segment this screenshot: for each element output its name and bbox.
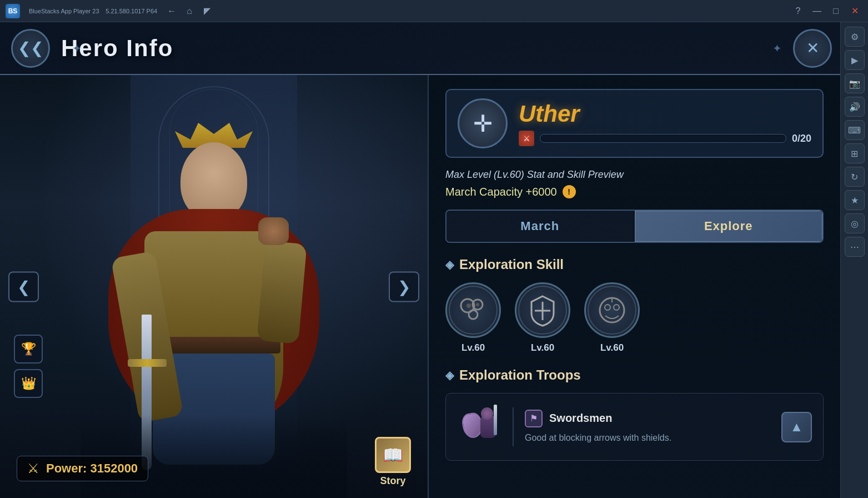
trophy-icon: 🏆 bbox=[21, 342, 36, 356]
march-tab[interactable]: March bbox=[446, 211, 634, 242]
troop-figure bbox=[460, 405, 499, 449]
svg-point-2 bbox=[469, 310, 478, 319]
bs-camera-btn[interactable]: 📷 bbox=[845, 73, 865, 93]
xp-bar-background bbox=[540, 134, 786, 143]
diamond-icon-troops: ◈ bbox=[445, 368, 454, 382]
hero-emblem: ✛ bbox=[458, 98, 508, 148]
power-value: Power: 3152000 bbox=[46, 461, 138, 476]
tab-buttons[interactable]: March Explore bbox=[445, 210, 824, 243]
book-icon: 📖 bbox=[383, 445, 403, 465]
bs-settings-btn[interactable]: ⚙ bbox=[845, 27, 865, 47]
prev-hero-button[interactable]: ❮ bbox=[8, 271, 39, 302]
bs-grid-btn[interactable]: ⊞ bbox=[845, 143, 865, 163]
bs-location-btn[interactable]: ◎ bbox=[845, 213, 865, 233]
rank-icon: 👑 bbox=[21, 376, 36, 391]
location-icon: ◎ bbox=[851, 218, 859, 229]
hero-name: Uther bbox=[519, 101, 811, 127]
exploration-troops-header: ◈ Exploration Troops bbox=[445, 367, 824, 383]
decor-diamond-right: ✦ bbox=[772, 42, 782, 55]
flag-icon: ⚑ bbox=[530, 413, 538, 424]
svg-point-1 bbox=[473, 300, 483, 310]
rank-button[interactable]: 👑 bbox=[14, 369, 43, 398]
minimize-btn2[interactable]: — bbox=[809, 3, 825, 19]
hero-figure bbox=[53, 81, 375, 498]
sword-shape bbox=[494, 405, 497, 435]
close-btn-title[interactable]: ✕ bbox=[847, 3, 862, 19]
info-button[interactable]: ! bbox=[563, 185, 576, 198]
crossguard bbox=[128, 359, 167, 367]
troop-name: Swordsmen bbox=[549, 412, 612, 425]
skill-item-3[interactable]: Lv.60 bbox=[584, 282, 640, 353]
troop-large-icon bbox=[457, 402, 501, 452]
skill-icon-1 bbox=[445, 282, 501, 338]
skill-item-1[interactable]: Lv.60 bbox=[445, 282, 501, 353]
bs-keyboard-btn[interactable]: ⌨ bbox=[845, 120, 865, 140]
skill-svg-2 bbox=[526, 293, 559, 327]
nav-home-btn[interactable]: ⌂ bbox=[182, 3, 197, 19]
game-area: ❮❮ ✦ Hero Info ✦ ✕ bbox=[0, 22, 868, 498]
skill-row: Lv.60 Lv.60 bbox=[445, 282, 824, 353]
march-capacity-label: March Capacity +6000 bbox=[445, 186, 557, 198]
back-button[interactable]: ❮❮ bbox=[11, 29, 50, 68]
upgrade-icon: ▲ bbox=[790, 419, 804, 435]
bs-rotate-btn[interactable]: ↻ bbox=[845, 167, 865, 187]
keyboard-icon: ⌨ bbox=[848, 125, 861, 136]
skill-svg-1 bbox=[456, 293, 490, 327]
skill-2-level: Lv.60 bbox=[531, 342, 554, 353]
svg-point-7 bbox=[600, 298, 624, 322]
title-bar: BS BlueStacks App Player 23 5.21.580.101… bbox=[0, 0, 868, 22]
exploration-skill-header: ◈ Exploration Skill bbox=[445, 257, 824, 272]
fist bbox=[258, 217, 289, 245]
more-icon: ⋯ bbox=[850, 242, 859, 252]
bs-star-btn[interactable]: ★ bbox=[845, 190, 865, 210]
gear-icon: ⚙ bbox=[851, 32, 859, 42]
window-nav[interactable]: ← ⌂ ◤ bbox=[164, 3, 215, 19]
main-layout: ❮ ❯ 🏆 👑 bbox=[0, 75, 840, 498]
svg-point-9 bbox=[614, 305, 619, 310]
header-bar: ❮❮ ✦ Hero Info ✦ ✕ bbox=[0, 22, 840, 75]
bs-play-btn[interactable]: ▶ bbox=[845, 50, 865, 70]
diamond-icon-skill: ◈ bbox=[445, 258, 454, 271]
volume-icon: 🔊 bbox=[849, 102, 860, 112]
cross-icon: ✛ bbox=[473, 110, 493, 137]
left-icon-panel: 🏆 👑 bbox=[14, 335, 43, 398]
play-icon: ▶ bbox=[851, 55, 858, 66]
xp-display: 0/20 bbox=[792, 133, 811, 145]
help-btn[interactable]: ? bbox=[790, 3, 806, 19]
exploration-troops-label: Exploration Troops bbox=[459, 367, 581, 383]
skill-1-level: Lv.60 bbox=[461, 342, 485, 353]
star-icon: ★ bbox=[851, 195, 859, 206]
close-button[interactable]: ✕ bbox=[793, 29, 832, 68]
skill-svg-3 bbox=[595, 293, 629, 327]
hero-header-card: ✛ Uther ⚔ 0/20 bbox=[445, 89, 824, 158]
nav-tab-btn[interactable]: ◤ bbox=[199, 3, 215, 19]
sword-icon: ⚔ bbox=[27, 461, 39, 476]
story-button[interactable]: 📖 Story bbox=[372, 437, 414, 487]
xp-bar-area: ⚔ 0/20 bbox=[519, 131, 811, 146]
troops-card: ⚑ Swordsmen Good at blocking arrows with… bbox=[445, 393, 824, 461]
nav-back-btn[interactable]: ← bbox=[164, 3, 179, 19]
bs-more-btn[interactable]: ⋯ bbox=[845, 237, 865, 257]
story-icon: 📖 bbox=[375, 437, 411, 473]
march-capacity-row: March Capacity +6000 ! bbox=[445, 185, 824, 198]
hero-silhouette bbox=[81, 120, 347, 498]
close-icon: ✕ bbox=[806, 39, 819, 57]
bs-sidebar: ⚙ ▶ 📷 🔊 ⌨ ⊞ ↻ ★ ◎ ⋯ bbox=[840, 22, 868, 498]
troop-name-row: ⚑ Swordsmen bbox=[525, 410, 770, 427]
arm-right bbox=[257, 241, 307, 344]
decor-diamond-left: ✦ bbox=[72, 42, 82, 55]
bs-volume-btn[interactable]: 🔊 bbox=[845, 97, 865, 117]
hero-portrait-area: ❮ ❯ 🏆 👑 bbox=[0, 75, 428, 498]
troop-separator bbox=[513, 407, 514, 446]
explore-tab[interactable]: Explore bbox=[635, 211, 823, 242]
skill-item-2[interactable]: Lv.60 bbox=[515, 282, 570, 353]
maximize-btn[interactable]: □ bbox=[828, 3, 844, 19]
trophy-button[interactable]: 🏆 bbox=[14, 335, 43, 363]
troop-upgrade-button[interactable]: ▲ bbox=[781, 412, 812, 442]
stat-preview-label: Max Level (Lv.60) Stat and Skill Preview bbox=[445, 169, 824, 181]
info-panel: ✛ Uther ⚔ 0/20 bbox=[428, 75, 840, 498]
app-title: BlueStacks App Player 23 5.21.580.1017 P… bbox=[24, 7, 157, 15]
window-controls[interactable]: ? — □ ✕ bbox=[790, 3, 862, 19]
troop-small-icon: ⚑ bbox=[525, 410, 543, 427]
next-hero-button[interactable]: ❯ bbox=[389, 271, 419, 302]
